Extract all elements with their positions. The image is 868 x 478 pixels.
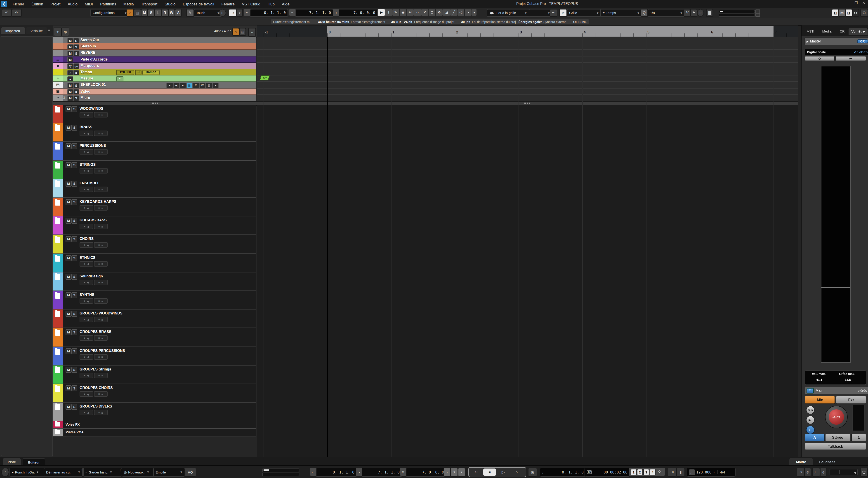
- record-monitor-group[interactable]: ●◀: [80, 391, 93, 397]
- erase-tool[interactable]: ✕: [421, 9, 428, 16]
- track-header-stereo-in[interactable]: MSStereo In: [53, 43, 256, 50]
- track-color-strip[interactable]: [53, 198, 63, 216]
- solo-button[interactable]: S: [71, 255, 77, 261]
- track-header-stereo-out[interactable]: MSStereo Out: [53, 37, 256, 43]
- record-monitor-group[interactable]: ●◀: [80, 280, 93, 285]
- quantize-flag-icon[interactable]: ⚑: [690, 9, 697, 17]
- transport-gear-icon[interactable]: ⛭: [860, 468, 868, 477]
- maximize-icon[interactable]: ❐: [855, 1, 858, 5]
- track-header-mesure[interactable]: ÷■Mesure▼: [53, 75, 256, 82]
- record-enable-icon[interactable]: ●: [84, 337, 86, 340]
- click-button[interactable]: ♩: [812, 468, 820, 477]
- track-color-strip[interactable]: [53, 421, 63, 428]
- right-locator-flag-icon[interactable]: ¬: [289, 9, 295, 16]
- lower-lane-area[interactable]: [257, 105, 798, 457]
- marker-gear-icon[interactable]: ⛭: [657, 469, 662, 474]
- marker-button-3[interactable]: 3: [643, 469, 649, 475]
- track-color-strip[interactable]: ≈: [53, 95, 63, 101]
- record-monitor-group[interactable]: ●◀: [80, 410, 93, 415]
- locator-length-field[interactable]: 7. 0. 0. 0: [339, 9, 377, 17]
- midi-cycle-mode-dropdown[interactable]: Empilé▼: [153, 468, 185, 477]
- mute-button[interactable]: M: [66, 274, 71, 280]
- record-enable-icon[interactable]: ●: [84, 169, 86, 172]
- record-enable-icon[interactable]: ●: [84, 114, 86, 116]
- quantize-dropdown[interactable]: 1/8▼: [648, 9, 685, 17]
- event-lane-tempo[interactable]: [257, 69, 798, 75]
- grid-mode-dropdown[interactable]: #Temps▼: [600, 9, 642, 17]
- mix-source-button[interactable]: Mix: [805, 396, 835, 404]
- menu-projet[interactable]: Projet: [47, 2, 64, 6]
- track-color-strip[interactable]: [53, 161, 63, 179]
- phase-coherent-icon[interactable]: ≋: [101, 318, 103, 321]
- track-control-button[interactable]: ■: [73, 89, 79, 95]
- track-header-marqueurs[interactable]: ◆▽▽▽Marqueurs: [53, 63, 256, 69]
- marker-button-1[interactable]: 1: [631, 469, 637, 475]
- group-edit-group[interactable]: ≡≋: [94, 317, 107, 322]
- play-tool[interactable]: ◁: [458, 9, 464, 16]
- tempo-signature-display[interactable]: ♩ 120.000 ⇕ 4/4: [687, 468, 736, 477]
- group-editing-icon[interactable]: ≡: [98, 411, 100, 414]
- mute-button[interactable]: M: [66, 255, 71, 261]
- track-header-tempo[interactable]: ♩○■Tempo120.000⊣Rampe: [53, 69, 256, 75]
- snap-type-dropdown[interactable]: ◀▶Lier à la grille▼: [487, 9, 529, 17]
- track-color-strip[interactable]: [53, 142, 63, 160]
- record-enable-icon[interactable]: ●: [84, 132, 86, 135]
- solo-button[interactable]: S: [71, 218, 77, 224]
- track-color-strip[interactable]: [53, 50, 63, 56]
- left-locator-flag-icon[interactable]: ⌐: [244, 9, 250, 16]
- open-automation-panel-icon[interactable]: e: [219, 9, 226, 17]
- audio-record-mode-dropdown[interactable]: ≈Garder histo.▼: [83, 468, 122, 477]
- setup-list-icon[interactable]: ▤: [134, 9, 141, 17]
- monitor-a-button[interactable]: A: [805, 434, 825, 441]
- folder-track-choirs[interactable]: MSCHOIRS●◀≡≋: [53, 235, 256, 254]
- monitor-icon[interactable]: ◀: [87, 169, 89, 172]
- monitor-icon[interactable]: ◀: [87, 355, 89, 358]
- solo-button[interactable]: S: [71, 162, 77, 168]
- record-monitor-group[interactable]: ●◀: [80, 168, 93, 173]
- monitor-icon[interactable]: ◀: [87, 281, 89, 284]
- folder-track-keyboards-harps[interactable]: MSKEYBOARDS HARPS●◀≡≋: [53, 198, 256, 216]
- show-lower-zone-button[interactable]: ▭: [839, 9, 845, 17]
- monitor-icon[interactable]: ◀: [87, 244, 89, 247]
- track-color-strip[interactable]: [53, 216, 63, 234]
- performance-monitor-icon[interactable]: ◔: [1, 468, 9, 477]
- control-room-level-knob[interactable]: -4.03: [825, 406, 848, 428]
- monitor-1-button[interactable]: 1: [851, 434, 866, 441]
- menu-espaces-de-travail[interactable]: Espaces de travail: [179, 2, 218, 6]
- snap-curve-icon[interactable]: 〜: [550, 9, 557, 17]
- track-color-strip[interactable]: [53, 43, 63, 49]
- track-header-piste-d-accords[interactable]: ☰MPiste d'Accords: [53, 56, 256, 63]
- event-lane-stereo-out[interactable]: [257, 37, 798, 43]
- folder-track-pistes-vca[interactable]: Pistes VCA: [53, 429, 256, 437]
- menu--dition[interactable]: Édition: [28, 2, 47, 6]
- solo-button[interactable]: S: [71, 348, 77, 354]
- group-edit-group[interactable]: ≡≋: [94, 410, 107, 415]
- iterative-quantize-icon[interactable]: ⅟: [684, 9, 690, 17]
- solo-button[interactable]: S: [71, 199, 77, 205]
- primary-time-display[interactable]: ♩0. 1. 1. 0: [540, 468, 586, 477]
- solo-button[interactable]: S: [71, 292, 77, 298]
- master-meter-header[interactable]: ▶ Master CR: [804, 37, 868, 45]
- marker-down-icon[interactable]: ▼: [451, 468, 458, 477]
- meter-scale-bar[interactable]: Digital Scale -18 dBFS: [805, 49, 868, 55]
- track-setup-icon[interactable]: ▤: [239, 28, 246, 36]
- zone-setup-button[interactable]: ⛭: [852, 9, 859, 17]
- solo-button[interactable]: S: [71, 367, 77, 373]
- mute-button[interactable]: M: [66, 218, 71, 224]
- track-header-sherlock-01[interactable]: ▤1MSSHERLOCK 01●◀e▦RW▥■: [53, 82, 256, 88]
- status-segment[interactable]: Format d'enregistrement48 kHz - 24 bit: [349, 19, 414, 24]
- monitor-icon[interactable]: ◀: [87, 262, 89, 265]
- track-color-strip[interactable]: [53, 105, 63, 123]
- punch-in-button[interactable]: ⇥: [668, 468, 676, 477]
- color-tool-dropdown-icon[interactable]: ▼: [472, 9, 476, 16]
- mute-button[interactable]: M: [66, 144, 71, 149]
- add-track-button[interactable]: +: [54, 28, 61, 36]
- track-color-strip[interactable]: ▣: [53, 88, 63, 94]
- global-r-button[interactable]: R: [161, 9, 168, 17]
- record-monitor-group[interactable]: ●◀: [80, 336, 93, 341]
- solo-button[interactable]: S: [73, 51, 79, 56]
- show-right-zone-button[interactable]: ◨: [845, 9, 852, 17]
- use-track-preset-button[interactable]: ⊕: [61, 28, 69, 36]
- solo-button[interactable]: S: [73, 96, 79, 101]
- project-cursor[interactable]: [328, 26, 328, 457]
